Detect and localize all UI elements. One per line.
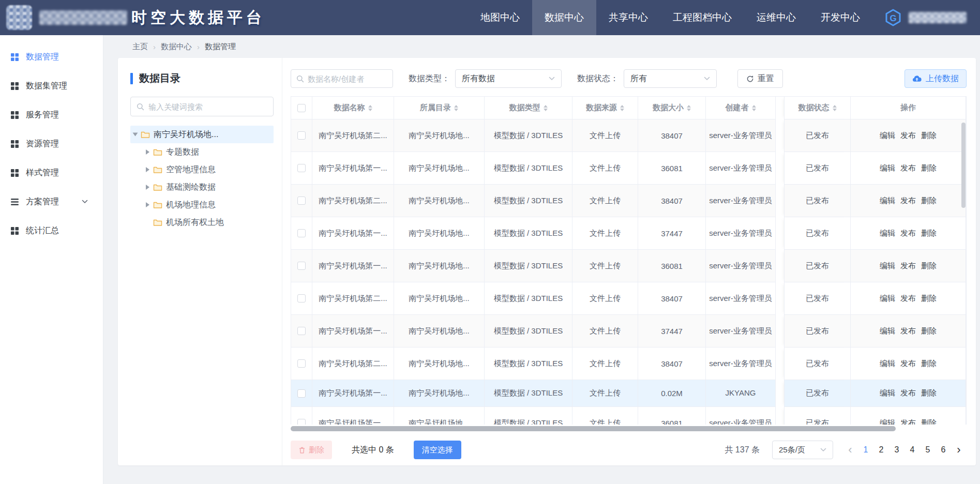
page-6[interactable]: 6 xyxy=(936,442,951,458)
upload-data-button[interactable]: 上传数据 xyxy=(904,69,967,88)
publish-link[interactable]: 发布 xyxy=(900,131,916,141)
row-checkbox[interactable] xyxy=(297,389,306,398)
sidebar-item-statistics-summary[interactable]: 统计汇总 xyxy=(0,216,103,245)
nav-item-dev-center[interactable]: 开发中心 xyxy=(808,0,872,35)
table-row[interactable]: 南宁吴圩机场第二... 南宁吴圩机场地... 模型数据 / 3DTILES 文件… xyxy=(291,119,966,152)
table-row[interactable]: 南宁吴圩机场第二... 南宁吴圩机场地... 模型数据 / 3DTILES 文件… xyxy=(291,282,966,315)
row-checkbox[interactable] xyxy=(297,131,306,140)
table-row[interactable]: 南宁吴圩机场第一... 南宁吴圩机场地... 模型数据 / 3DTILES 文件… xyxy=(291,315,966,347)
sidebar-item-resource-management[interactable]: 资源管理 xyxy=(0,129,103,158)
reset-button[interactable]: 重置 xyxy=(737,69,783,88)
caret-right-icon[interactable] xyxy=(146,202,149,207)
column-header-catalog[interactable]: 所属目录 xyxy=(394,97,485,119)
delete-link[interactable]: 删除 xyxy=(921,196,937,206)
prev-page-button[interactable]: ‹ xyxy=(842,442,858,458)
nav-item-data-center[interactable]: 数据中心 xyxy=(532,0,596,35)
edit-link[interactable]: 编辑 xyxy=(880,359,895,369)
publish-link[interactable]: 发布 xyxy=(900,359,916,369)
edit-link[interactable]: 编辑 xyxy=(880,261,895,271)
edit-link[interactable]: 编辑 xyxy=(880,294,895,304)
publish-link[interactable]: 发布 xyxy=(900,261,916,271)
horizontal-scrollbar[interactable] xyxy=(291,426,896,431)
table-row[interactable]: 南宁吴圩机场第一... 南宁吴圩机场地... 模型数据 / 3DTILES 文件… xyxy=(291,217,966,250)
tree-node-airport-geo-info[interactable]: 机场地理信息 xyxy=(130,196,274,214)
row-checkbox[interactable] xyxy=(297,419,306,425)
publish-link[interactable]: 发布 xyxy=(900,163,916,173)
batch-delete-button[interactable]: 删除 xyxy=(291,441,332,459)
tree-search-input[interactable] xyxy=(148,102,267,111)
nav-item-map-center[interactable]: 地图中心 xyxy=(468,0,532,35)
delete-link[interactable]: 删除 xyxy=(921,359,937,369)
delete-link[interactable]: 删除 xyxy=(921,326,937,336)
page-size-select[interactable]: 25条/页 xyxy=(772,441,833,459)
page-3[interactable]: 3 xyxy=(889,442,904,458)
sidebar-item-service-management[interactable]: 服务管理 xyxy=(0,100,103,129)
caret-down-icon[interactable] xyxy=(133,133,138,137)
page-1[interactable]: 1 xyxy=(858,442,873,458)
sort-icon[interactable] xyxy=(368,103,372,113)
row-checkbox[interactable] xyxy=(297,262,306,270)
tree-node-airport-owned-land[interactable]: 机场所有权土地 xyxy=(130,214,274,231)
row-checkbox[interactable] xyxy=(297,327,306,335)
edit-link[interactable]: 编辑 xyxy=(880,196,895,206)
edit-link[interactable]: 编辑 xyxy=(880,229,895,238)
delete-link[interactable]: 删除 xyxy=(921,418,937,425)
table-row[interactable]: 南宁吴圩机场第二... 南宁吴圩机场地... 模型数据 / 3DTILES 文件… xyxy=(291,185,966,217)
caret-right-icon[interactable] xyxy=(146,167,149,172)
column-header-type[interactable]: 数据类型 xyxy=(485,97,572,119)
row-checkbox[interactable] xyxy=(297,294,306,303)
edit-link[interactable]: 编辑 xyxy=(880,418,895,425)
tree-node-atc-geo-info[interactable]: 空管地理信息 xyxy=(130,161,274,178)
delete-link[interactable]: 删除 xyxy=(921,388,937,398)
edit-link[interactable]: 编辑 xyxy=(880,388,895,398)
breadcrumb-home[interactable]: 主页 xyxy=(132,42,148,52)
nav-item-ops-center[interactable]: 运维中心 xyxy=(744,0,808,35)
delete-link[interactable]: 删除 xyxy=(921,294,937,304)
table-row[interactable]: 南宁吴圩机场第一... 南宁吴圩机场地... 模型数据 / 3DTILES 文件… xyxy=(291,152,966,185)
column-header-source[interactable]: 数据来源 xyxy=(572,97,638,119)
sort-icon[interactable] xyxy=(544,103,548,113)
caret-right-icon[interactable] xyxy=(146,149,149,155)
nav-item-engineering-archive-center[interactable]: 工程图档中心 xyxy=(660,0,744,35)
row-checkbox[interactable] xyxy=(297,164,306,172)
sort-icon[interactable] xyxy=(687,103,691,113)
breadcrumb-data-center[interactable]: 数据中心 xyxy=(161,42,192,52)
publish-link[interactable]: 发布 xyxy=(900,326,916,336)
publish-link[interactable]: 发布 xyxy=(900,418,916,425)
clear-selection-button[interactable]: 清空选择 xyxy=(414,441,461,459)
delete-link[interactable]: 删除 xyxy=(921,261,937,271)
publish-link[interactable]: 发布 xyxy=(900,294,916,304)
row-checkbox[interactable] xyxy=(297,196,306,205)
tree-node-thematic-data[interactable]: 专题数据 xyxy=(130,143,274,161)
row-checkbox[interactable] xyxy=(297,229,306,237)
select-all-checkbox[interactable] xyxy=(297,104,306,112)
sort-icon[interactable] xyxy=(833,103,837,113)
page-2[interactable]: 2 xyxy=(873,442,889,458)
page-5[interactable]: 5 xyxy=(920,442,936,458)
next-page-button[interactable]: › xyxy=(951,442,967,458)
row-checkbox[interactable] xyxy=(297,359,306,368)
column-header-size[interactable]: 数据大小 xyxy=(638,97,706,119)
sidebar-item-scheme-management[interactable]: 方案管理 xyxy=(0,187,103,216)
sort-icon[interactable] xyxy=(620,103,624,113)
column-header-status[interactable]: 数据状态 xyxy=(784,97,851,119)
table-search-input[interactable] xyxy=(308,74,387,83)
sort-icon[interactable] xyxy=(752,103,756,113)
delete-link[interactable]: 删除 xyxy=(921,229,937,238)
publish-link[interactable]: 发布 xyxy=(900,196,916,206)
edit-link[interactable]: 编辑 xyxy=(880,163,895,173)
nav-item-share-center[interactable]: 共享中心 xyxy=(596,0,660,35)
username-blurred[interactable] xyxy=(909,12,967,23)
vertical-scrollbar[interactable] xyxy=(961,123,966,208)
tree-node-root[interactable]: 南宁吴圩机场地... xyxy=(130,126,274,143)
page-4[interactable]: 4 xyxy=(904,442,920,458)
data-type-select[interactable]: 所有数据 xyxy=(455,69,562,88)
column-header-name[interactable]: 数据名称 xyxy=(312,97,394,119)
table-row[interactable]: 南宁吴圩机场第一... 南宁吴圩机场地... 模型数据 / 3DTILES 文件… xyxy=(291,407,966,425)
sidebar-item-dataset-management[interactable]: 数据集管理 xyxy=(0,71,103,100)
table-row[interactable]: 南宁吴圩机场第一... 南宁吴圩机场地... 模型数据 / 3DTILES 文件… xyxy=(291,250,966,282)
data-status-select[interactable]: 所有 xyxy=(624,69,717,88)
sidebar-item-data-management[interactable]: 数据管理 xyxy=(0,42,103,71)
tree-node-basic-survey-data[interactable]: 基础测绘数据 xyxy=(130,178,274,196)
sidebar-item-style-management[interactable]: 样式管理 xyxy=(0,158,103,187)
